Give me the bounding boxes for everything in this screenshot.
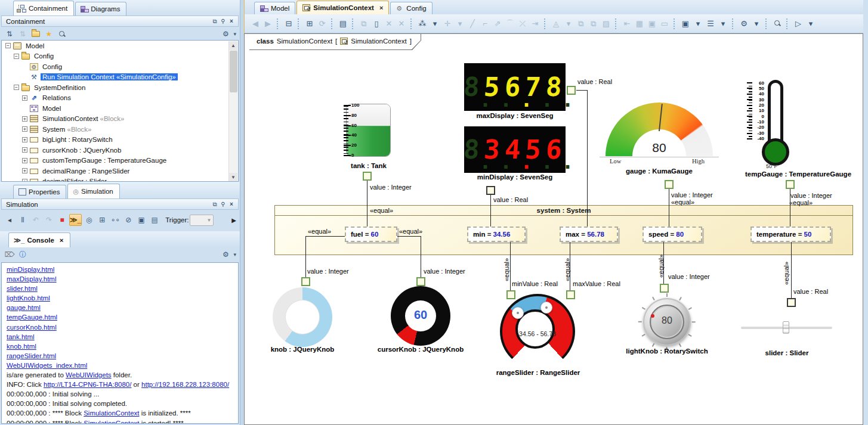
sevenseg-mindisplay[interactable]: 8.3.4.5.6. xyxy=(464,126,566,173)
tree-item[interactable]: +decimalRange : RangeSlider xyxy=(2,166,238,176)
port[interactable] xyxy=(416,277,425,286)
value-field-speed[interactable]: speed = 80 xyxy=(642,227,702,242)
close-panel-icon[interactable]: × xyxy=(227,18,236,24)
close-panel-icon[interactable]: × xyxy=(227,201,236,207)
value-field-fuel[interactable]: fuel = 60 xyxy=(345,227,397,242)
layout-caret-icon[interactable]: ▾ xyxy=(429,18,441,30)
tree-item[interactable]: +⇗Relations xyxy=(2,93,238,104)
port[interactable] xyxy=(665,180,674,189)
diagram-tab-simulationcontext[interactable]: SimulationContext× xyxy=(296,1,389,14)
expand-selection-icon[interactable]: ⇅ xyxy=(4,28,16,40)
scroll-down-icon[interactable]: ▼ xyxy=(229,173,237,182)
port[interactable] xyxy=(363,172,372,181)
connector-line[interactable] xyxy=(305,236,306,277)
connector-line[interactable] xyxy=(397,236,421,237)
connector-line[interactable] xyxy=(305,236,345,237)
port[interactable] xyxy=(506,290,515,299)
tree-item[interactable]: +customTempGauge : TemperatureGauge xyxy=(2,156,238,166)
connector-line[interactable] xyxy=(367,181,367,227)
tree-scrollbar[interactable]: ▲ ▼ xyxy=(228,41,237,182)
legend-caret-icon[interactable]: ▾ xyxy=(717,18,729,30)
resize-icon[interactable]: ▭ xyxy=(659,18,671,30)
line-icon[interactable]: ╱ xyxy=(467,18,478,30)
close-tab-icon[interactable]: × xyxy=(379,4,383,11)
tab-console[interactable]: ≫_ Console × xyxy=(8,232,70,247)
console-link[interactable]: tank.html xyxy=(7,333,35,340)
tree-item[interactable]: +bigLight : RotarySwitch xyxy=(2,135,238,145)
favorites-icon[interactable]: ★ xyxy=(43,28,55,40)
stop-icon[interactable]: ■ xyxy=(56,214,68,226)
tree-expander-icon[interactable]: + xyxy=(22,95,27,101)
scroll-thumb[interactable] xyxy=(230,51,237,92)
tree-item[interactable]: −Config xyxy=(2,51,238,62)
delete-view-icon[interactable]: ✕ xyxy=(396,18,407,30)
paste-icon[interactable]: ▯ xyxy=(370,18,382,30)
settings-gear-icon[interactable]: ⚙ xyxy=(220,249,231,260)
tree-expander-icon[interactable]: + xyxy=(22,116,27,122)
gear-caret-icon[interactable]: ▾ xyxy=(233,252,236,258)
port[interactable] xyxy=(566,290,575,299)
diagram-tab-config[interactable]: ⚙Config xyxy=(390,2,432,14)
tree-item[interactable]: −Model xyxy=(2,41,238,51)
sim-tree-icon[interactable]: ⊞ xyxy=(96,214,108,226)
insert-caret-icon[interactable]: ▾ xyxy=(454,18,466,30)
back-icon[interactable]: ◀ xyxy=(249,18,261,30)
console-link[interactable]: http://LT14-CPN6-THA:8080/ xyxy=(44,381,131,388)
tree-expander-icon[interactable]: + xyxy=(22,137,27,142)
step-over-icon[interactable]: ↷ xyxy=(43,214,55,226)
rectilinear-icon[interactable]: ⌐ xyxy=(479,18,491,30)
specification-icon[interactable]: ▤ xyxy=(337,18,349,30)
float-panel-icon[interactable]: ⧉ xyxy=(211,18,219,25)
open-in-new-tree-icon[interactable] xyxy=(30,28,42,40)
tree-expander-icon[interactable]: − xyxy=(5,43,11,48)
containment-tree-icon[interactable]: ⊟ xyxy=(283,18,295,30)
make-same-size-icon[interactable]: ▣ xyxy=(646,18,658,30)
tree-expander-icon[interactable]: + xyxy=(22,158,27,163)
console-link[interactable]: SimulationContext xyxy=(84,420,139,424)
tree-expander-icon[interactable]: + xyxy=(22,126,27,132)
trigger-dropdown[interactable]: ▼ xyxy=(190,215,214,226)
connector-line[interactable] xyxy=(421,236,421,277)
close-console-icon[interactable]: × xyxy=(60,237,64,244)
image-shape-icon[interactable]: ▨ xyxy=(600,18,612,30)
pin-panel-icon[interactable]: ⚲ xyxy=(219,18,227,24)
connector-line[interactable] xyxy=(669,189,669,227)
forward-icon[interactable]: ▶ xyxy=(262,18,274,30)
refresh-icon[interactable]: ⟳ xyxy=(316,18,328,30)
to-front-icon[interactable]: ⧉ xyxy=(575,18,587,30)
tree-expander-icon[interactable]: − xyxy=(14,54,19,59)
insert-shape-icon[interactable]: ✛ xyxy=(441,18,453,30)
clear-console-icon[interactable]: ⌦ xyxy=(4,249,16,260)
sevenseg-maxdisplay[interactable]: 8.5.6.7.8. xyxy=(464,63,566,111)
port[interactable] xyxy=(786,180,795,189)
console-link[interactable]: slider.html xyxy=(7,285,38,292)
port[interactable] xyxy=(567,86,576,95)
collapse-selection-icon[interactable]: ⇅ xyxy=(17,28,29,40)
scroll-up-icon[interactable]: ▲ xyxy=(229,41,237,50)
tab-simulation[interactable]: ◎ Simulation xyxy=(67,184,119,198)
legend-icon[interactable]: ☰ xyxy=(705,18,716,30)
layout-icon[interactable]: ⁂ xyxy=(416,18,428,30)
console-link[interactable]: gauge.html xyxy=(7,304,41,311)
tree-item[interactable]: +decimalSlider : Slider xyxy=(2,176,238,182)
thermometer-widget[interactable] xyxy=(768,80,783,142)
oblique-icon[interactable]: ⇗ xyxy=(492,18,503,30)
show-caret-icon[interactable]: ▾ xyxy=(692,18,704,30)
port[interactable] xyxy=(787,298,796,307)
tab-containment[interactable]: Containment xyxy=(13,1,74,15)
value-field-min[interactable]: min = 34.56 xyxy=(467,227,526,242)
connector-line[interactable] xyxy=(587,90,588,227)
console-link[interactable]: http://192.168.228.123:8080/ xyxy=(141,381,229,388)
console-link[interactable]: tempGauge.html xyxy=(7,314,57,321)
run-icon[interactable]: ▷ xyxy=(792,18,804,30)
tree-expander-icon[interactable]: − xyxy=(14,85,19,90)
zoom-search-icon[interactable] xyxy=(771,18,783,30)
align-icon[interactable]: ⇤ xyxy=(621,18,633,30)
lock-icon[interactable]: ⊘ xyxy=(122,214,134,226)
settings-gear-icon[interactable]: ⚙ xyxy=(220,28,231,40)
float-panel-icon[interactable]: ⧉ xyxy=(211,201,219,208)
tree-item[interactable]: +cursorKnob : JQueryKnob xyxy=(2,145,238,156)
tab-properties[interactable]: Properties xyxy=(13,185,66,198)
breakpoints-icon[interactable]: ∘∘ xyxy=(109,214,121,226)
port[interactable] xyxy=(660,284,669,293)
